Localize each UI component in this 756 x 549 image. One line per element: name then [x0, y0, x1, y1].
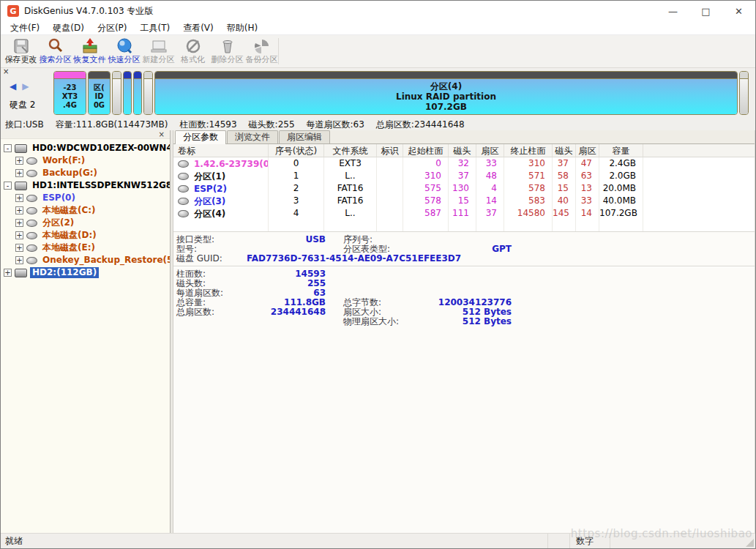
new-partition-button[interactable]: 新建分区 — [141, 36, 176, 67]
empty-table-row — [173, 220, 755, 232]
disk-info-line: 接口:USB容量:111.8GB(114473MB)柱面数:14593磁头数:2… — [5, 119, 476, 131]
total-sectors-label: 总扇区数: — [173, 307, 247, 317]
quick-partition-button[interactable]: 快速分区 — [107, 36, 141, 67]
tree-expander[interactable]: + — [15, 169, 23, 177]
tree-item[interactable]: + Onekey_Backup_Restore(5) — [1, 254, 170, 266]
tree-item-label: Work(F:) — [40, 155, 87, 166]
svg-text:G: G — [10, 7, 16, 16]
tree-item[interactable]: + Work(F:) — [1, 154, 170, 167]
tree-item[interactable]: + 本地磁盘(D:) — [1, 229, 170, 242]
tree-item-label: Onekey_Backup_Restore(5) — [40, 255, 170, 266]
col-volume-label: 卷标 — [173, 144, 269, 157]
tree-expander[interactable]: + — [15, 194, 23, 202]
tree-expander[interactable]: - — [4, 144, 12, 152]
physical-sector-size-value: 512 Bytes — [430, 317, 512, 326]
next-disk-arrow-icon[interactable]: ▶ — [22, 81, 29, 92]
tree-item[interactable]: + ESP(0) — [1, 192, 170, 204]
tree-item[interactable]: - HD0:WDCWD10EZEX-00WN4A0(932GB) — [1, 142, 170, 154]
partition-row[interactable]: 分区(4) 4 L.. 587 111 37 14580 145 14 107.… — [173, 207, 755, 220]
minimize-button[interactable]: — — [656, 1, 689, 21]
disk-icon — [26, 257, 37, 264]
backup-partition-button[interactable]: 备份分区 — [244, 36, 279, 67]
tree-expander[interactable]: + — [15, 157, 23, 165]
delete-partition-button[interactable]: 删除分区 — [210, 36, 244, 67]
tab-strip: 分区参数浏览文件扇区编辑 — [173, 130, 755, 144]
partition-name: 分区(4) — [194, 208, 225, 220]
tree-expander[interactable]: + — [15, 206, 23, 214]
prev-disk-arrow-icon[interactable]: ◀ — [10, 81, 16, 92]
menu-item[interactable]: 硬盘(D) — [46, 21, 91, 34]
menu-bar: 文件(F)硬盘(D)分区(P)工具(T)查看(V)帮助(H) — [1, 21, 755, 35]
partition-row[interactable]: ESP(2) 2 FAT16 575 130 4 578 15 13 20.0M… — [173, 182, 755, 195]
recover-files-button[interactable]: 恢复文件 — [72, 36, 107, 67]
tree-item[interactable]: + Backup(G:) — [1, 167, 170, 179]
disk-icon — [15, 182, 27, 190]
partition-block[interactable] — [112, 71, 121, 115]
tree-item-label: HD1:INTELSSDPEKNW512G8(477GB) — [30, 180, 170, 191]
detail-pane: 分区参数浏览文件扇区编辑 卷标 序号(状态) 文件系统 标识 起始柱面 磁头 扇… — [173, 130, 755, 533]
format-button[interactable]: 格式化 — [176, 36, 210, 67]
partition-table: 1.42.6-23739(0) 0 EXT3 0 32 33 310 37 47… — [173, 157, 755, 220]
disk-info-item: 柱面数:14593 — [179, 119, 236, 130]
maximize-button[interactable]: □ — [689, 1, 722, 21]
col-end-sector: 扇区 — [576, 144, 599, 157]
tree-item[interactable]: + 本地磁盘(C:) — [1, 204, 170, 217]
disk-icon — [26, 170, 37, 177]
partition-block[interactable] — [143, 71, 153, 115]
tab[interactable]: 扇区编辑 — [279, 130, 330, 143]
partition-type-stripe — [124, 72, 131, 79]
guid-value: FAD7736D-7631-4514-AE09-A7C51EFEE3D7 — [247, 254, 461, 264]
save-changes-button[interactable]: 保存更改 — [4, 36, 38, 67]
search-partition-button[interactable]: 搜索分区 — [38, 36, 72, 67]
partition-bar: -23 XT3 .4G 区( ID 0G — [53, 71, 750, 116]
partition-block[interactable] — [739, 71, 749, 115]
tree-item-label: 本地磁盘(E:) — [40, 242, 97, 253]
partition-block[interactable]: 区( ID 0G — [88, 71, 111, 115]
tree-panel-header: × — [1, 130, 170, 139]
toolbar-divider — [278, 38, 279, 64]
tree-item[interactable]: + 分区(2) — [1, 217, 170, 229]
disk-icon — [26, 220, 37, 227]
menu-item[interactable]: 工具(T) — [133, 21, 176, 34]
menu-item[interactable]: 分区(P) — [91, 21, 134, 34]
tree-expander[interactable]: + — [4, 269, 12, 277]
partition-type-stripe — [54, 72, 86, 79]
panel-close-icon[interactable]: × — [3, 68, 9, 75]
close-button[interactable]: ✕ — [722, 1, 755, 21]
partition-row[interactable]: 分区(3) 3 FAT16 578 15 14 583 40 33 40.0MB — [173, 195, 755, 207]
disk-icon — [26, 244, 37, 252]
disk-detail-info: 接口类型: USB 序列号: 型号: 分区表类型: GPT 磁盘 GUID: F… — [173, 232, 755, 326]
tree-item[interactable]: + 本地磁盘(E:) — [1, 242, 170, 254]
tree-item-label: HD2:(112GB) — [30, 267, 99, 278]
tree-expander[interactable]: - — [4, 182, 12, 190]
partition-row[interactable]: 分区(1) 1 L.. 310 37 48 571 58 63 2.0GB — [173, 170, 755, 182]
diskgenius-window: G DiskGenius V4.7.0.103 专业版 — □ ✕ 文件(F)硬… — [0, 0, 756, 549]
partition-icon — [178, 210, 189, 217]
tree-expander[interactable]: + — [15, 256, 23, 264]
tree-expander[interactable]: + — [15, 231, 23, 239]
tree-item[interactable]: + HD2:(112GB) — [1, 266, 170, 279]
format-icon — [184, 37, 202, 55]
partition-row[interactable]: 1.42.6-23739(0) 0 EXT3 0 32 33 310 37 47… — [173, 157, 755, 170]
disk-icon — [26, 157, 37, 165]
tree-item-label: 分区(2) — [40, 217, 76, 228]
partition-block[interactable] — [133, 71, 142, 115]
partition-block[interactable]: -23 XT3 .4G — [53, 71, 86, 115]
tree-item[interactable]: - HD1:INTELSSDPEKNW512G8(477GB) — [1, 179, 170, 192]
col-start-cylinder: 起始柱面 — [403, 144, 449, 157]
partition-block[interactable] — [123, 71, 132, 115]
menu-item[interactable]: 查看(V) — [176, 21, 220, 34]
tree-expander[interactable]: + — [15, 244, 23, 252]
partition-block[interactable]: 分区(4) Linux RAID partition 107.2GB — [154, 71, 738, 115]
tab[interactable]: 分区参数 — [175, 130, 226, 144]
tab[interactable]: 浏览文件 — [227, 130, 278, 143]
partition-icon — [178, 198, 189, 205]
disk-overview-panel: × ◀ ▶ 硬盘 2 -23 XT3 .4G — [1, 68, 755, 131]
delete-partition-icon — [219, 37, 236, 55]
tree-close-icon[interactable]: × — [159, 130, 165, 138]
tree-expander[interactable]: + — [15, 219, 23, 227]
toolbar: 保存更改 搜索分区 恢复文件 快速分区 新建分区 格式化 删除分区 备份分区 — [1, 35, 755, 68]
partition-type-stripe — [144, 72, 152, 79]
menu-item[interactable]: 文件(F) — [4, 21, 46, 34]
menu-item[interactable]: 帮助(H) — [220, 21, 264, 34]
